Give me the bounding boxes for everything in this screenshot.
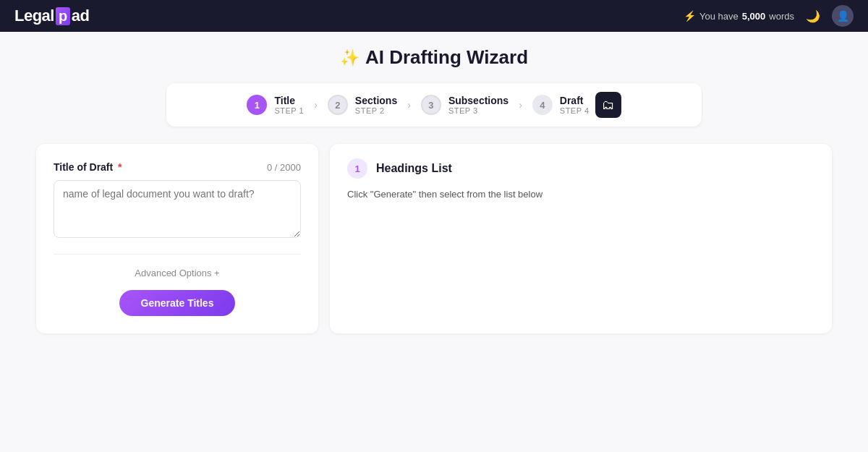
step-item-subsections[interactable]: 3 Subsections STEP 3: [421, 95, 509, 115]
step-circle-3: 3: [421, 95, 441, 115]
theme-toggle-button[interactable]: 🌙: [806, 9, 820, 23]
chevron-icon-2: ›: [407, 99, 411, 111]
headings-header: 1 Headings List: [347, 158, 814, 179]
field-header: Title of Draft * 0 / 2000: [54, 161, 301, 173]
words-count: 5,000: [742, 11, 766, 22]
step-text-3: Subsections STEP 3: [448, 95, 509, 115]
required-star: *: [118, 161, 122, 173]
step-label-1: Title: [274, 95, 304, 106]
avatar[interactable]: 👤: [832, 5, 854, 27]
words-suffix: words: [769, 11, 794, 22]
step-item-draft[interactable]: 4 Draft STEP 4: [532, 95, 590, 115]
header: Legal p ad ⚡ You have 5,000 words 🌙 👤: [0, 0, 868, 32]
words-info: ⚡ You have 5,000 words: [684, 10, 794, 22]
header-right: ⚡ You have 5,000 words 🌙 👤: [684, 5, 854, 27]
logo-text-before: Legal: [14, 7, 54, 25]
step-label-3: Subsections: [448, 95, 509, 106]
right-panel: 1 Headings List Click "Generate" then se…: [330, 144, 832, 333]
step-label-4: Draft: [560, 95, 590, 106]
chevron-icon-1: ›: [314, 99, 318, 111]
step-sublabel-2: STEP 2: [355, 106, 397, 115]
step-sublabel-3: STEP 3: [448, 106, 509, 115]
advanced-options[interactable]: Advanced Options +: [54, 268, 301, 278]
page-title-text: AI Drafting Wizard: [365, 46, 528, 69]
step-label-2: Sections: [355, 95, 397, 106]
step-item-sections[interactable]: 2 Sections STEP 2: [328, 95, 397, 115]
bolt-icon: ⚡: [684, 10, 696, 22]
step-text-4: Draft STEP 4: [560, 95, 590, 115]
page-title: ✨ AI Drafting Wizard: [14, 46, 854, 69]
step-circle-2: 2: [328, 95, 348, 115]
field-label: Title of Draft *: [54, 161, 122, 173]
left-panel: Title of Draft * 0 / 2000 Advanced Optio…: [36, 144, 318, 333]
steps-bar: 1 Title STEP 1 › 2 Sections STEP 2 › 3 S…: [166, 83, 702, 127]
logo-box: p: [56, 7, 70, 25]
logo: Legal p ad: [14, 7, 89, 25]
draft-icon: 🗂: [595, 92, 621, 118]
step-text-1: Title STEP 1: [274, 95, 304, 115]
generate-titles-button[interactable]: Generate Titles: [119, 290, 235, 316]
step-text-2: Sections STEP 2: [355, 95, 397, 115]
headings-instruction: Click "Generate" then select from the li…: [347, 189, 814, 200]
char-count: 0 / 2000: [267, 162, 301, 173]
divider: [54, 254, 301, 255]
headings-num-badge: 1: [347, 158, 367, 179]
chevron-icon-3: ›: [519, 99, 522, 111]
title-input[interactable]: [54, 180, 301, 238]
logo-text-after: ad: [72, 7, 90, 25]
headings-title: Headings List: [376, 162, 452, 175]
step-circle-4: 4: [532, 95, 553, 115]
main-content: Title of Draft * 0 / 2000 Advanced Optio…: [36, 144, 832, 333]
step-sublabel-4: STEP 4: [560, 106, 590, 115]
step-sublabel-1: STEP 1: [274, 106, 304, 115]
sparkle-icon: ✨: [340, 48, 359, 67]
page-content: ✨ AI Drafting Wizard 1 Title STEP 1 › 2 …: [0, 32, 868, 452]
words-prefix: You have: [699, 11, 739, 22]
step-circle-1: 1: [247, 95, 267, 115]
step-item-title[interactable]: 1 Title STEP 1: [247, 95, 304, 115]
